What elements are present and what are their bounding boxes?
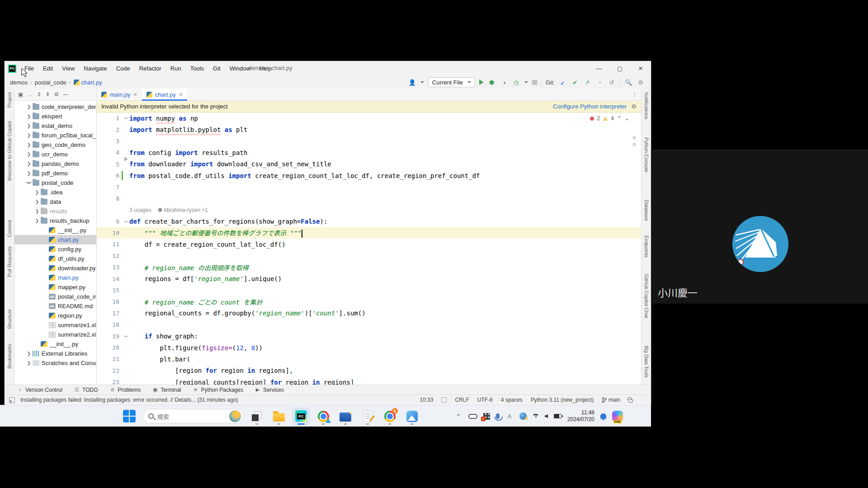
chevron-closed-icon[interactable]: ❯ xyxy=(34,190,40,195)
run-button[interactable] xyxy=(479,80,484,85)
tray-chevron-up-icon[interactable]: ⌃ xyxy=(454,412,462,420)
chevron-closed-icon[interactable]: ❯ xyxy=(34,218,40,223)
chevron-closed-icon[interactable]: ❯ xyxy=(26,133,32,138)
code-line-16[interactable]: 16 # region_name ごとの count を集計 xyxy=(97,296,641,307)
expand-all-icon[interactable]: ⇕ xyxy=(37,91,41,98)
breadcrumb-item[interactable]: postal_code xyxy=(33,79,68,86)
battery-icon[interactable] xyxy=(554,414,561,418)
layout-icon[interactable] xyxy=(9,397,15,403)
tree-item-__init__.py[interactable]: __init__.py xyxy=(14,225,96,235)
chevron-closed-icon[interactable]: ❯ xyxy=(26,351,32,356)
tree-item-downloader.py[interactable]: downloader.py xyxy=(14,263,96,273)
tree-item-data[interactable]: ❯data xyxy=(14,197,96,206)
taskbar-clock[interactable]: 11:48 2024/07/20 xyxy=(567,409,594,423)
tree-item-mapper.py[interactable]: mapper.py xyxy=(14,282,96,292)
stripe-structure[interactable]: Structure xyxy=(7,309,12,329)
stripe-pull-requests[interactable]: Pull Requests xyxy=(7,246,12,277)
stripe-endpoints[interactable]: Endpoints xyxy=(644,235,649,258)
git-branch[interactable]: main xyxy=(609,397,620,403)
tree-item-config.py[interactable]: config.py xyxy=(14,244,96,254)
tree-item-postal_code[interactable]: ❯postal_code xyxy=(14,178,96,188)
toolwindow-todo[interactable]: ☰TODO xyxy=(74,387,98,393)
stripe-project[interactable]: Project xyxy=(7,92,12,108)
stripe-python-console[interactable]: Python Console xyxy=(644,137,649,173)
menu-view[interactable]: View xyxy=(58,64,78,73)
code-line-13[interactable]: 13 # region_name の出現順序を取得 xyxy=(97,262,641,273)
taskbar-app-notepad[interactable] xyxy=(359,407,377,425)
collapse-all-icon[interactable]: ⇞ xyxy=(45,91,50,98)
tree-item-summarize1.xlsm[interactable]: ?summarize1.xlsm xyxy=(14,320,96,330)
code-line-23[interactable]: 23 [regional_counts[region] for region i… xyxy=(97,376,641,385)
toolwindow-problems[interactable]: ⊘Problems xyxy=(110,387,141,393)
code-line-20[interactable]: 20 plt.figure(figsize=(12, 8)) xyxy=(97,342,641,353)
chevron-closed-icon[interactable]: ❯ xyxy=(26,361,32,366)
hide-panel-icon[interactable]: — xyxy=(63,91,68,98)
stripe-welcome-to-github-copilot[interactable]: Welcome to GitHub Copilot xyxy=(7,121,12,181)
tree-item-__init__.py[interactable]: __init__.py xyxy=(14,339,96,349)
chevron-closed-icon[interactable]: ❯ xyxy=(26,161,32,166)
gear-icon[interactable]: ⚙ xyxy=(54,91,59,98)
select-opened-file-icon[interactable]: ▣ xyxy=(18,91,23,98)
debug-button[interactable]: ⬟ xyxy=(488,78,496,86)
code-line-1[interactable]: 1❯import numpy as np xyxy=(97,113,641,124)
fold-icon[interactable]: ❯ xyxy=(123,220,128,223)
menu-edit[interactable]: Edit xyxy=(39,64,57,73)
app-badge-icon[interactable] xyxy=(483,413,490,420)
taskbar-app-snip-tool[interactable] xyxy=(248,407,266,425)
git-push-button[interactable]: ↗ xyxy=(583,78,591,86)
code-line-7[interactable]: 7 xyxy=(97,181,641,192)
close-tab-icon[interactable]: ✕ xyxy=(179,92,183,98)
chevron-closed-icon[interactable]: ❯ xyxy=(26,142,32,147)
configure-interpreter-link[interactable]: Configure Python interpreter xyxy=(553,103,627,110)
taskbar-app-remote-desktop[interactable] xyxy=(336,407,354,425)
chevron-closed-icon[interactable]: ❯ xyxy=(26,114,32,119)
tree-item-summarize2.xlsm[interactable]: ?summarize2.xlsm xyxy=(14,330,96,339)
indent-setting[interactable]: 4 spaces xyxy=(501,397,523,403)
code-line-15[interactable]: 15 xyxy=(97,285,641,296)
code-line-22[interactable]: 22 [region for region in regions], xyxy=(97,365,641,376)
profiler-button[interactable]: ◷ xyxy=(512,78,520,86)
tree-item-Scratches and Consoles[interactable]: ❯Scratches and Consoles xyxy=(14,358,96,368)
code-line-17[interactable]: 17 regional_counts = df.groupby('region_… xyxy=(97,308,641,319)
volume-icon[interactable] xyxy=(545,414,548,418)
breadcrumb-item[interactable]: chart.py xyxy=(72,79,104,86)
git-update-button[interactable]: ↙ xyxy=(559,78,567,86)
chevron-down-icon[interactable] xyxy=(524,81,528,83)
rollback-button[interactable]: ↺ xyxy=(608,78,616,86)
lock-icon[interactable] xyxy=(628,399,633,403)
tree-item-main.py[interactable]: main.py xyxy=(14,273,96,282)
file-encoding[interactable]: UTF-8 xyxy=(477,397,493,403)
search-everywhere-button[interactable]: 🔍 xyxy=(624,78,632,86)
tab-options-icon[interactable]: ⋮ xyxy=(632,91,637,98)
code-line-2[interactable]: 2import matplotlib.pyplot as plt xyxy=(97,124,641,135)
tree-item-chart.py[interactable]: chart.py xyxy=(14,235,96,244)
stripe-bookmarks[interactable]: Bookmarks xyxy=(7,344,12,369)
reader-mode-icon[interactable] xyxy=(441,397,447,403)
tree-item-ocr_demo[interactable]: ❯ocr_demo xyxy=(14,150,96,159)
settings-button[interactable]: ⚙ xyxy=(637,78,645,86)
code-line-4[interactable]: 4from config import results_path xyxy=(97,147,641,158)
code-line-12[interactable]: 12 xyxy=(97,250,641,262)
toolwindow-python-packages[interactable]: ≋Python Packages xyxy=(193,387,243,393)
tree-item-README.md[interactable]: MDREADME.md xyxy=(14,301,96,311)
code-line-14[interactable]: 14 regions = df['region_name'].unique() xyxy=(97,273,641,284)
code-line-3[interactable]: 3 xyxy=(97,136,641,147)
code-line-5[interactable]: 5from downloader import download_csv_and… xyxy=(97,159,641,170)
menu-code[interactable]: Code xyxy=(113,64,134,73)
toolwindow-version-control[interactable]: ⑂Version Control xyxy=(17,387,62,393)
onedrive-icon[interactable] xyxy=(468,414,477,419)
breadcrumb-item[interactable]: demos xyxy=(8,79,29,86)
run-coverage-button[interactable]: ◑ xyxy=(500,78,508,86)
stripe-github-copilot-chat[interactable]: GitHub Copilot Chat xyxy=(644,274,649,318)
code-line-11[interactable]: 11 df = create_region_count_lat_loc_df() xyxy=(97,239,641,250)
tree-item-External Libraries[interactable]: ❯External Libraries xyxy=(14,349,96,358)
menu-git[interactable]: Git xyxy=(209,64,224,73)
chevron-closed-icon[interactable]: ❯ xyxy=(26,171,32,176)
tree-item-pandas_demo[interactable]: ❯pandas_demo xyxy=(14,159,96,169)
close-button[interactable]: ✕ xyxy=(630,61,651,76)
tree-item-region.py[interactable]: region.py xyxy=(14,311,96,320)
taskbar-app-pycharm[interactable]: PC xyxy=(292,407,310,425)
history-button[interactable]: ◔ xyxy=(595,78,604,86)
copilot-icon[interactable]: PRE xyxy=(612,411,623,422)
chevron-closed-icon[interactable]: ❯ xyxy=(26,123,32,128)
